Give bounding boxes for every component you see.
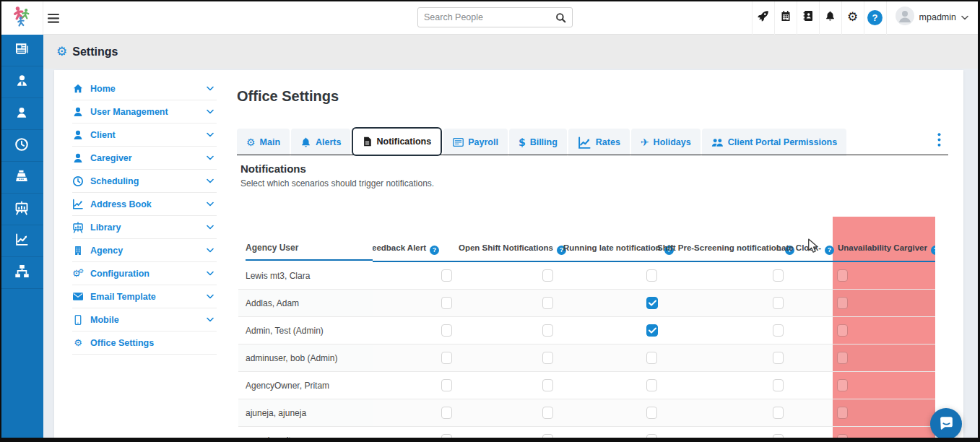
settings-side-menu: HomeUser ManagementClientCaregiverSchedu… — [72, 77, 217, 355]
tab-alerts[interactable]: Alerts — [291, 129, 350, 156]
column-header-feedback-alert: Feedback Alert? — [367, 235, 439, 261]
notification-checkbox[interactable] — [773, 379, 784, 391]
notification-checkbox[interactable] — [542, 407, 553, 419]
tab-payroll[interactable]: Payroll — [443, 129, 508, 156]
chevron-down-icon — [961, 15, 968, 20]
column-header-label: Late Clock- — [776, 243, 821, 252]
calendar-button[interactable] — [774, 0, 797, 35]
notification-checkbox[interactable] — [646, 269, 657, 282]
column-header-open-shift-notifications: Open Shift Notifications? — [459, 235, 566, 261]
rail-item-presentation[interactable] — [0, 194, 43, 225]
notification-checkbox[interactable] — [837, 407, 848, 419]
notification-checkbox[interactable] — [441, 297, 452, 309]
presentation-icon — [14, 201, 29, 218]
sidebar-item-user-management[interactable]: User Management — [72, 100, 217, 124]
page-title: Office Settings — [237, 88, 339, 105]
rail-item-sitemap[interactable] — [0, 257, 43, 289]
notification-checkbox[interactable] — [542, 434, 553, 438]
rail-item-line-chart[interactable] — [0, 225, 43, 257]
notification-checkbox[interactable] — [441, 407, 452, 419]
chat-icon — [938, 415, 955, 434]
notification-checkbox[interactable] — [773, 434, 784, 438]
help-button[interactable]: ? — [864, 0, 886, 35]
notification-checkbox[interactable] — [542, 324, 553, 337]
rail-item-cash-register[interactable] — [0, 162, 43, 194]
hamburger-menu-button[interactable] — [48, 13, 59, 26]
table-row-name: adminuser, bob (Admin) — [238, 344, 373, 372]
notification-checkbox[interactable] — [837, 297, 848, 309]
notification-checkbox[interactable] — [441, 379, 452, 391]
notification-checkbox[interactable] — [773, 352, 784, 364]
sidebar-item-home[interactable]: Home — [72, 77, 217, 100]
tab-client-portal-permissions[interactable]: Client Portal Permissions — [702, 129, 846, 156]
help-icon[interactable]: ? — [430, 246, 439, 255]
address-book-button[interactable] — [797, 0, 819, 35]
sidebar-item-office-settings[interactable]: ⚙Office Settings — [72, 332, 217, 355]
tab-overflow-menu-button[interactable] — [933, 131, 945, 151]
notification-checkbox[interactable] — [646, 379, 657, 391]
rail-item-user-tie[interactable] — [0, 66, 43, 98]
user-menu[interactable]: mpadmin — [886, 0, 976, 35]
tab-holidays[interactable]: ✈Holidays — [631, 129, 701, 156]
sidebar-item-client[interactable]: Client — [72, 124, 217, 147]
notification-checkbox[interactable] — [837, 434, 848, 438]
notifications-table: Feedback Alert?Open Shift Notifications?… — [238, 217, 935, 438]
rail-item-newspaper[interactable] — [0, 35, 43, 66]
notification-checkbox[interactable] — [542, 269, 553, 282]
notification-checkbox[interactable] — [773, 407, 784, 419]
notification-checkbox[interactable] — [542, 352, 553, 364]
settings-header-bar: ⚙ Settings — [43, 35, 980, 69]
tab-notifications[interactable]: Notifications — [352, 127, 442, 156]
notification-checkbox[interactable] — [773, 324, 784, 337]
payroll-icon — [453, 138, 464, 147]
sidebar-item-library[interactable]: Library — [72, 216, 217, 239]
bell-button[interactable] — [819, 0, 841, 35]
notification-checkbox[interactable] — [542, 379, 553, 391]
notification-checkbox[interactable] — [646, 324, 658, 337]
kebab-icon — [937, 136, 941, 149]
notification-checkbox[interactable] — [837, 352, 848, 364]
bell-icon — [300, 136, 311, 148]
search-icon[interactable] — [555, 12, 566, 23]
notification-checkbox[interactable] — [773, 269, 784, 282]
gear-button[interactable]: ⚙ — [841, 0, 864, 35]
notification-checkbox[interactable] — [837, 269, 848, 282]
sidebar-item-configuration[interactable]: ⚙⚙Configuration — [72, 262, 217, 285]
sidebar-item-caregiver[interactable]: Caregiver — [72, 147, 217, 170]
notification-checkbox[interactable] — [837, 379, 848, 391]
notification-checkbox[interactable] — [646, 297, 658, 309]
table-row-name: Addlas, Adam — [238, 290, 373, 317]
help-icon[interactable]: ? — [931, 246, 935, 255]
notification-checkbox[interactable] — [441, 269, 452, 282]
user-tie-icon — [15, 74, 29, 90]
chevron-down-icon — [207, 132, 214, 137]
tab-billing[interactable]: $Billing — [509, 129, 567, 156]
notification-checkbox[interactable] — [441, 324, 452, 337]
tab-main[interactable]: ⚙Main — [237, 129, 290, 156]
rail-item-user[interactable] — [0, 98, 43, 130]
sidebar-item-email-template[interactable]: Email Template — [72, 285, 217, 308]
app-logo[interactable] — [0, 0, 43, 35]
notification-checkbox[interactable] — [646, 352, 657, 364]
table-row-name: Admin, Test (Admin) — [238, 317, 373, 344]
notification-checkbox[interactable] — [837, 324, 848, 337]
tab-rates[interactable]: Rates — [568, 129, 630, 156]
chat-launcher-button[interactable] — [930, 408, 962, 440]
notification-checkbox[interactable] — [441, 352, 452, 364]
rail-item-clock[interactable] — [0, 130, 43, 162]
notification-checkbox[interactable] — [542, 297, 553, 309]
sidebar-item-scheduling[interactable]: Scheduling — [72, 170, 217, 193]
clock-icon — [72, 174, 84, 188]
sitemap-icon — [14, 264, 30, 282]
address-book-icon — [802, 10, 814, 25]
notification-checkbox[interactable] — [646, 407, 657, 419]
help-icon[interactable]: ? — [825, 246, 834, 255]
search-input[interactable] — [424, 12, 555, 22]
notification-checkbox[interactable] — [646, 434, 657, 438]
sidebar-item-address-book[interactable]: Address Book — [72, 193, 217, 216]
notification-checkbox[interactable] — [441, 434, 452, 438]
notification-checkbox[interactable] — [773, 297, 784, 309]
sidebar-item-mobile[interactable]: Mobile — [72, 308, 217, 332]
rocket-button[interactable] — [752, 0, 774, 35]
sidebar-item-agency[interactable]: Agency — [72, 239, 217, 262]
